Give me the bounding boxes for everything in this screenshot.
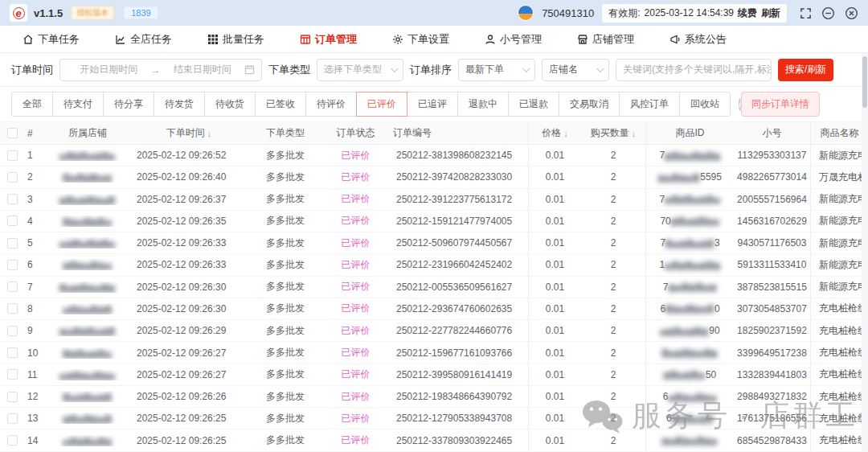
tab-风控订单[interactable]: 风控订单 [619,92,680,117]
table-row[interactable]: 5 ▅▆▇▅▇▆▇▅ 2025-02-12 09:26:33 多多批发 已评价 … [0,232,868,254]
order-table-icon [300,34,311,45]
table-row[interactable]: 11 ▅▆▇▆▅▇▆▅ 2025-02-12 09:26:27 多多批发 已评价… [0,364,868,386]
sort-arrow-icon[interactable]: ↓ [207,129,212,138]
tab-待支付[interactable]: 待支付 [52,92,104,117]
date-start-input[interactable]: 开始日期时间 [67,63,151,76]
goods-id: ▆▇▅▆▇▅50 [645,364,734,385]
logo-icon: e [13,7,25,19]
row-checkbox[interactable] [7,413,18,424]
row-checkbox[interactable] [7,326,18,336]
goods-id-masked: ▆▅▇▆▅▇ [658,173,700,182]
tab-全部[interactable]: 全部 [11,92,53,117]
sort-arrow-icon[interactable]: ↓ [563,129,568,138]
nav-item-订单管理[interactable]: 订单管理 [300,32,357,47]
nav-item-小号管理[interactable]: 小号管理 [485,32,542,47]
order-quantity: 2 [581,413,645,424]
row-checkbox[interactable] [7,238,18,249]
row-index: 12 [24,391,47,402]
row-checkbox[interactable] [7,435,18,446]
row-checkbox[interactable] [7,216,18,226]
row-checkbox[interactable] [7,194,18,204]
order-type-select[interactable]: 选择下单类型 [317,59,403,81]
nav-item-店铺管理[interactable]: 店铺管理 [577,32,634,47]
row-checkbox[interactable] [7,392,18,402]
shop-icon [577,34,588,45]
sort-arrow-icon[interactable]: ↓ [632,129,637,138]
refresh-button[interactable]: 刷新 [761,6,780,20]
tab-待收货[interactable]: 待收货 [204,92,256,117]
version-type-badge: 授权版本 [71,6,114,20]
search-refresh-button[interactable]: 搜索/刷新 [778,59,833,81]
tab-已追评[interactable]: 已追评 [407,92,458,117]
buyer-account: 1332839441803 [734,369,810,380]
chevron-down-icon [596,64,604,72]
tab-已签收[interactable]: 已签收 [255,92,306,117]
nav-item-系统公告[interactable]: 系统公告 [669,32,727,47]
buyer-account: 2988493271832 [734,391,810,402]
minimize-icon[interactable] [821,6,835,20]
table-row[interactable]: 4 ▇▆▅▇▆▇▅ 2025-02-12 09:26:35 多多批发 已评价 2… [0,211,868,232]
table-row[interactable]: 2 ▇▅▇▆▇▅▆ 2025-02-12 09:26:40 多多批发 已评价 2… [0,166,868,188]
buyer-account: 1132953303137 [734,150,810,161]
order-price: 0.01 [528,211,581,232]
tab-回收站[interactable]: 回收站 [679,92,731,117]
row-checkbox[interactable] [7,303,18,314]
order-sort-select[interactable]: 最新下单 [458,59,535,81]
app-version: v1.1.5 [34,7,63,19]
table-row[interactable]: 1 ▅▇▆▇▅▆▇▅ 2025-02-12 09:26:52 多多批发 已评价 … [0,145,868,166]
goods-id: 7▅▇▆▇▅▆▇▅ [645,189,734,210]
goods-id: ▆▅▇▆▅▇▆▅ [645,429,734,450]
status-tabs-row: 全部待支付待分享待发货待收货已签收待评价已评价已追评退款中已退款交易取消风控订单… [0,87,868,122]
tab-待分享[interactable]: 待分享 [103,92,154,117]
row-checkbox[interactable] [7,347,18,358]
tab-已退款[interactable]: 已退款 [508,92,559,117]
row-checkbox[interactable] [7,260,18,270]
close-icon[interactable] [845,6,858,20]
tab-退款中[interactable]: 退款中 [457,92,509,117]
tab-待发货[interactable]: 待发货 [154,92,205,117]
table-row[interactable]: 3 ▆▇▅▆▇▆▅▇ 2025-02-12 09:26:37 多多批发 已评价 … [0,189,868,211]
scrollbar-thumb[interactable] [862,56,867,108]
keyword-input[interactable]: 关键词(支持多个关键词以,隔开,标注模糊的不 [616,59,772,81]
chevron-down-icon [391,64,399,72]
select-all-checkbox-cell[interactable] [0,122,24,144]
table-row[interactable]: 12 ▇▅▆▇▅▆▇ 2025-02-12 09:26:26 多多批发 已评价 … [0,386,868,408]
product-name: 新能源充电桩 [810,254,868,275]
nav-item-下单设置[interactable]: 下单设置 [392,32,449,47]
nav-item-下单任务[interactable]: 下单任务 [23,32,80,47]
column-header-label: 订单编号 [393,126,432,140]
column-header-status: 订单状态 [321,122,390,144]
order-type: 多多批发 [249,368,321,381]
nav-item-label: 下单设置 [407,32,449,47]
row-checkbox[interactable] [7,150,18,161]
table-row[interactable]: 13 ▆▇▅▇▆▅▇ 2025-02-12 09:26:25 多多批发 已评价 … [0,408,868,429]
fullscreen-icon[interactable] [800,7,812,19]
table-row[interactable]: 7 ▇▅▆▇▆▅▇▆ 2025-02-12 09:26:30 多多批发 已评价 … [0,277,868,298]
shop-name-masked: ▅▇▆▅▇▆▇ [63,305,113,314]
tab-已评价[interactable]: 已评价 [356,92,407,117]
row-checkbox[interactable] [7,172,18,183]
date-range-picker[interactable]: 开始日期时间 → 结束日期时间 [59,59,262,81]
tab-交易取消[interactable]: 交易取消 [559,92,620,117]
shop-field-select[interactable]: 店铺名 [542,59,609,81]
sync-order-details-button[interactable]: 同步订单详情 [741,92,820,117]
renew-button[interactable]: 续费 [738,6,757,20]
table-row[interactable]: 9 ▆▅▇▆▇▅▆▇ 2025-02-12 09:26:29 多多批发 已评价 … [0,320,868,342]
vertical-scrollbar[interactable] [862,53,868,452]
order-time: 2025-02-12 09:26:29 [129,325,249,336]
table-row[interactable]: 14 ▅▇▆▇▅▇▆ 2025-02-12 09:26:25 多多批发 已评价 … [0,429,868,451]
tab-待评价[interactable]: 待评价 [305,92,357,117]
table-row[interactable]: 8 ▅▇▆▅▇▆▇ 2025-02-12 09:26:30 多多批发 已评价 2… [0,298,868,320]
table-row[interactable]: 6 ▆▇▆▅▇▆▅ 2025-02-12 09:26:33 多多批发 已评价 2… [0,254,868,276]
date-end-input[interactable]: 结束日期时间 [161,63,245,76]
order-type: 多多批发 [249,258,321,272]
nav-item-全店任务[interactable]: 全店任务 [115,32,172,47]
table-row[interactable]: 10 ▇▆▇▅▆▇▅ 2025-02-12 09:26:27 多多批发 已评价 … [0,342,868,364]
column-header-pname: 商品名称 [810,122,868,144]
shop-name-masked: ▇▅▆▇▅▆▇ [63,392,113,401]
row-checkbox[interactable] [7,281,18,292]
select-all-checkbox[interactable] [7,128,18,138]
row-checkbox[interactable] [7,369,18,380]
avatar[interactable] [518,5,534,21]
nav-item-批量任务[interactable]: 批量任务 [207,32,264,47]
